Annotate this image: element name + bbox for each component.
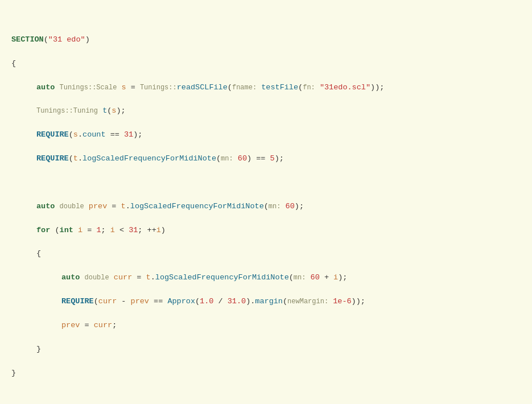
code-block: SECTION("31 edo") { auto Tunings::Scale … <box>11 10 521 404</box>
line-7 <box>11 177 521 189</box>
line-2: { <box>11 58 521 70</box>
section-keyword-1: SECTION <box>11 35 44 44</box>
line-16 <box>11 391 521 403</box>
line-9: for (int i = 1; i < 31; ++i) <box>11 225 521 237</box>
line-10: { <box>11 248 521 260</box>
line-11: auto double curr = t.logScaledFrequencyF… <box>11 272 521 284</box>
line-1: SECTION("31 edo") <box>11 34 521 46</box>
line-5: REQUIRE(s.count == 31); <box>11 129 521 141</box>
line-3: auto Tunings::Scale s = Tunings::readSCL… <box>11 82 521 94</box>
line-13: prev = curr; <box>11 320 521 332</box>
line-6: REQUIRE(t.logScaledFrequencyForMidiNote(… <box>11 153 521 165</box>
line-8: auto double prev = t.logScaledFrequencyF… <box>11 201 521 213</box>
line-12: REQUIRE(curr - prev == Approx(1.0 / 31.0… <box>11 296 521 308</box>
line-4: Tunings::Tuning t(s); <box>11 105 521 117</box>
line-15: } <box>11 368 521 380</box>
line-14: } <box>11 344 521 356</box>
